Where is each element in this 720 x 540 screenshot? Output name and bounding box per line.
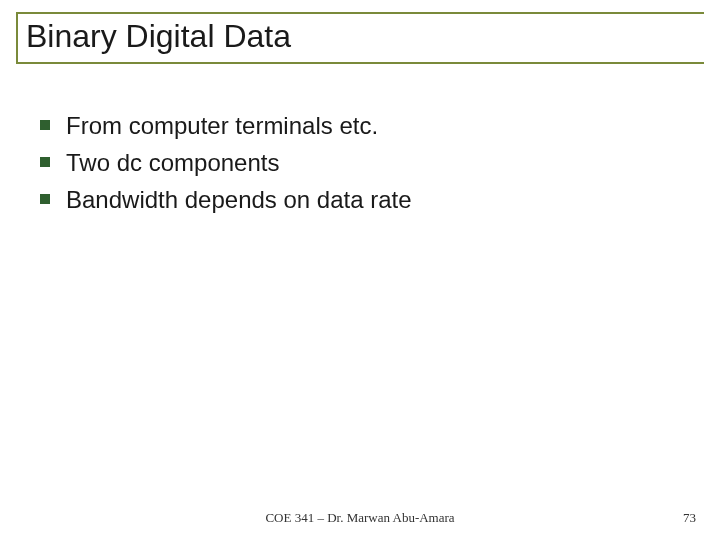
bullet-icon xyxy=(40,120,50,130)
bullet-text: Two dc components xyxy=(66,147,279,178)
list-item: Bandwidth depends on data rate xyxy=(40,184,680,215)
list-item: Two dc components xyxy=(40,147,680,178)
title-rule-left xyxy=(16,12,18,62)
footer-text: COE 341 – Dr. Marwan Abu-Amara xyxy=(0,510,720,526)
bullet-text: From computer terminals etc. xyxy=(66,110,378,141)
bullet-icon xyxy=(40,194,50,204)
slide-title: Binary Digital Data xyxy=(26,18,291,55)
title-rule-top xyxy=(16,12,704,14)
bullet-icon xyxy=(40,157,50,167)
slide: Binary Digital Data From computer termin… xyxy=(0,0,720,540)
title-rule-bottom xyxy=(16,62,704,64)
bullet-text: Bandwidth depends on data rate xyxy=(66,184,412,215)
list-item: From computer terminals etc. xyxy=(40,110,680,141)
page-number: 73 xyxy=(683,510,696,526)
bullet-list: From computer terminals etc. Two dc comp… xyxy=(40,110,680,222)
